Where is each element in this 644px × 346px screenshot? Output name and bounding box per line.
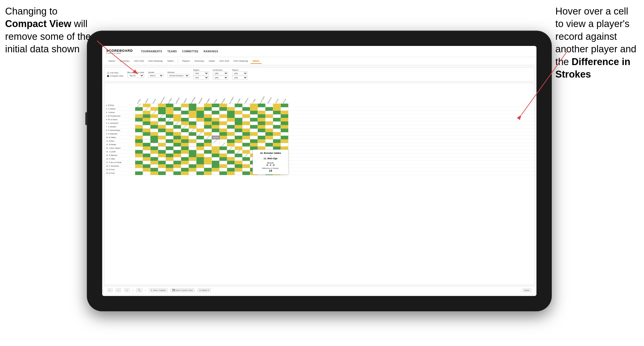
- cell[interactable]: [150, 168, 158, 171]
- cell[interactable]: [189, 161, 196, 164]
- cell[interactable]: [235, 146, 242, 150]
- cell[interactable]: [196, 136, 204, 139]
- cell[interactable]: [135, 143, 143, 146]
- redo-button[interactable]: ↪: [124, 288, 130, 292]
- cell[interactable]: [181, 114, 189, 118]
- cell[interactable]: [135, 136, 143, 139]
- cell[interactable]: [250, 111, 258, 114]
- cell[interactable]: [173, 150, 181, 154]
- cell[interactable]: [135, 164, 143, 168]
- cell[interactable]: [258, 136, 265, 139]
- cell[interactable]: [242, 125, 250, 129]
- cell[interactable]: [143, 139, 150, 143]
- cell[interactable]: [166, 111, 173, 114]
- cell[interactable]: [281, 111, 288, 114]
- cell[interactable]: [235, 154, 242, 157]
- cell[interactable]: [150, 118, 158, 121]
- cell[interactable]: [166, 107, 173, 111]
- cell[interactable]: [150, 136, 158, 139]
- cell[interactable]: [250, 136, 258, 139]
- cell[interactable]: [242, 168, 250, 171]
- cell[interactable]: [181, 111, 189, 114]
- cell[interactable]: [158, 171, 166, 175]
- cell[interactable]: [273, 132, 281, 136]
- cell[interactable]: [166, 168, 173, 171]
- cell[interactable]: [150, 143, 158, 146]
- cell[interactable]: [242, 154, 250, 157]
- cell[interactable]: [258, 107, 265, 111]
- cell[interactable]: [173, 104, 181, 107]
- cell[interactable]: [181, 125, 189, 129]
- cell[interactable]: [265, 132, 273, 136]
- cell[interactable]: [212, 143, 219, 146]
- cell[interactable]: [273, 136, 281, 139]
- cell[interactable]: [242, 164, 250, 168]
- cell[interactable]: [265, 139, 273, 143]
- cell[interactable]: [158, 125, 166, 129]
- save-custom-button[interactable]: 💾 Save Custom View: [171, 288, 195, 292]
- cell[interactable]: [135, 150, 143, 154]
- cell[interactable]: [173, 107, 181, 111]
- cell[interactable]: [196, 121, 204, 125]
- cell[interactable]: [181, 143, 189, 146]
- cell[interactable]: [143, 150, 150, 154]
- cell[interactable]: [196, 114, 204, 118]
- cell[interactable]: [273, 111, 281, 114]
- cell[interactable]: [281, 125, 288, 129]
- cell[interactable]: [273, 125, 281, 129]
- zoom-button[interactable]: 🔍: [136, 288, 142, 292]
- cell[interactable]: [143, 132, 150, 136]
- cell[interactable]: [204, 107, 212, 111]
- cell[interactable]: [212, 161, 219, 164]
- cell[interactable]: [242, 129, 250, 132]
- compact-view-option[interactable]: Compact View: [107, 75, 123, 77]
- cell[interactable]: [212, 132, 219, 136]
- cell[interactable]: [204, 114, 212, 118]
- cell[interactable]: [281, 132, 288, 136]
- cell[interactable]: [189, 143, 196, 146]
- cell[interactable]: [242, 150, 250, 154]
- cell[interactable]: [204, 118, 212, 121]
- cell[interactable]: [158, 146, 166, 150]
- cell[interactable]: [143, 157, 150, 161]
- cell[interactable]: [212, 107, 219, 111]
- cell[interactable]: [219, 114, 227, 118]
- cell[interactable]: [196, 125, 204, 129]
- cell[interactable]: [204, 143, 212, 146]
- cell[interactable]: [204, 161, 212, 164]
- cell[interactable]: [196, 139, 204, 143]
- cell[interactable]: [143, 129, 150, 132]
- cell[interactable]: [281, 114, 288, 118]
- cell[interactable]: [265, 104, 273, 107]
- cell[interactable]: [173, 143, 181, 146]
- tab-h2h-grid-top[interactable]: H2H Grid: [132, 59, 146, 64]
- cell[interactable]: [250, 125, 258, 129]
- cell[interactable]: [235, 118, 242, 121]
- cell[interactable]: [242, 104, 250, 107]
- cell[interactable]: [158, 104, 166, 107]
- cell[interactable]: [265, 143, 273, 146]
- tab-h2h-heatmap-players[interactable]: H2H Heatmap: [231, 59, 250, 64]
- cell[interactable]: [166, 146, 173, 150]
- cell[interactable]: [166, 143, 173, 146]
- cell[interactable]: [235, 168, 242, 171]
- cell[interactable]: [181, 132, 189, 136]
- cell[interactable]: [204, 168, 212, 171]
- cell[interactable]: [196, 107, 204, 111]
- cell[interactable]: [265, 121, 273, 125]
- cell[interactable]: [189, 139, 196, 143]
- cell[interactable]: [281, 104, 288, 107]
- cell[interactable]: [196, 171, 204, 175]
- cell[interactable]: [143, 164, 150, 168]
- cell[interactable]: [181, 118, 189, 121]
- cell[interactable]: [158, 150, 166, 154]
- cell[interactable]: [273, 107, 281, 111]
- cell[interactable]: [166, 114, 173, 118]
- cell[interactable]: [281, 129, 288, 132]
- cell[interactable]: [258, 139, 265, 143]
- cell[interactable]: [135, 125, 143, 129]
- full-view-radio[interactable]: [107, 72, 109, 74]
- cell[interactable]: [250, 114, 258, 118]
- cell[interactable]: [196, 143, 204, 146]
- cell[interactable]: [219, 121, 227, 125]
